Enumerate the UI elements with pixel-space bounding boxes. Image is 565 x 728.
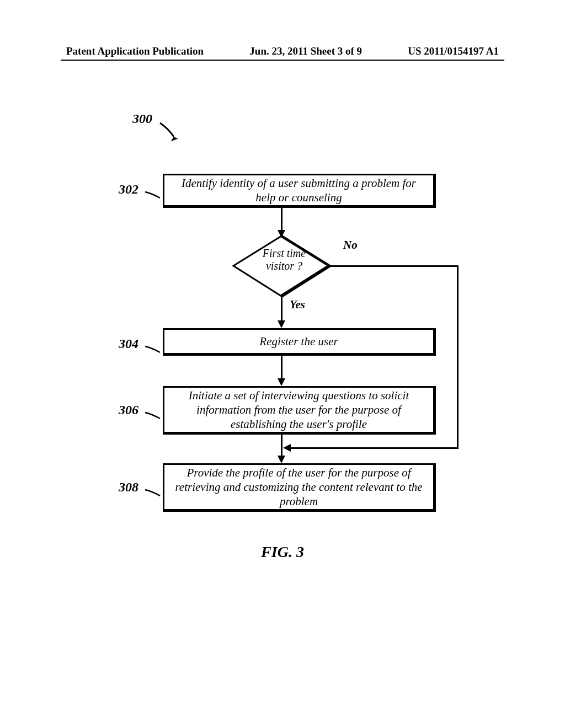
decision-text: First time visitor ? <box>251 247 317 272</box>
arrow-302-to-decision <box>281 208 282 231</box>
page-header: Patent Application Publication Jun. 23, … <box>0 45 565 57</box>
decision-no-label: No <box>343 238 358 252</box>
decision-yes-label: Yes <box>290 298 305 312</box>
process-box-304-text: Register the user <box>259 334 338 349</box>
header-right: US 2011/0154197 A1 <box>408 45 499 57</box>
arrow-head-icon <box>278 456 285 463</box>
header-divider <box>61 60 504 61</box>
arrow-head-icon <box>278 378 285 386</box>
process-box-308: Provide the profile of the user for the … <box>163 463 436 512</box>
ref-300-arrow-icon <box>157 120 185 145</box>
process-box-302: Identify identity of a user submitting a… <box>163 174 436 208</box>
process-box-304: Register the user <box>163 328 436 356</box>
process-box-306: Initiate a set of interviewing questions… <box>163 386 436 435</box>
ref-302-label: 302 <box>119 182 138 197</box>
ref-300-label: 300 <box>132 111 152 126</box>
arrow-head-icon <box>283 444 291 452</box>
arrow-304-to-306 <box>281 356 282 379</box>
ref-308-label: 308 <box>119 480 138 495</box>
ref-304-label: 304 <box>119 336 138 351</box>
figure-label: FIG. 3 <box>0 543 565 561</box>
header-center: Jun. 23, 2011 Sheet 3 of 9 <box>249 45 362 57</box>
ref-308-leader-icon <box>142 488 164 505</box>
arrow-decision-no-h1 <box>329 265 458 267</box>
process-box-308-text: Provide the profile of the user for the … <box>173 465 425 509</box>
process-box-306-text: Initiate a set of interviewing questions… <box>173 388 425 432</box>
ref-304-leader-icon <box>142 345 164 361</box>
arrow-decision-no-h2 <box>290 447 459 449</box>
process-box-302-text: Identify identity of a user submitting a… <box>173 176 425 205</box>
arrow-decision-yes <box>281 297 282 322</box>
ref-302-leader-icon <box>142 190 164 207</box>
header-left: Patent Application Publication <box>66 45 204 57</box>
ref-306-label: 306 <box>119 403 138 417</box>
arrow-306-to-308 <box>281 435 282 457</box>
arrow-decision-no-v <box>457 265 459 448</box>
ref-306-leader-icon <box>142 411 164 427</box>
arrow-head-icon <box>278 320 285 328</box>
